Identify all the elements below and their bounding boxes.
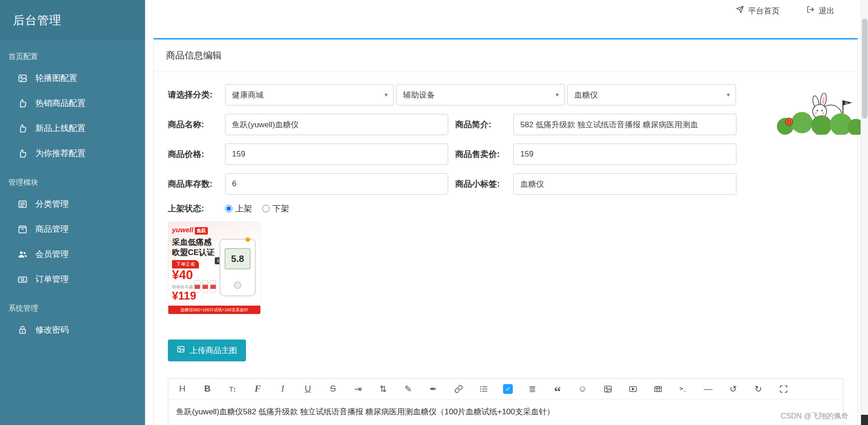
line-height-icon[interactable]: ⇅ [378,383,389,394]
logout-link[interactable]: 退出 [807,6,835,16]
font-color-brush-icon[interactable]: ✒ [428,383,439,394]
sidebar: 后台管理 首页配置 轮播图配置 热销商品配置 新品上线配置 为你推荐配置 管理模… [0,0,145,425]
promo-price: ¥119 [172,289,196,302]
sidebar-item-recommend-config[interactable]: 为你推荐配置 [0,141,145,166]
lock-icon [17,325,28,335]
font-family-icon[interactable]: F [252,383,263,394]
promo-ribbon: 下单立省 [172,260,199,268]
product-name-input[interactable] [225,114,448,135]
indent-icon[interactable]: ⇥ [352,383,364,394]
sidebar-item-carousel-config[interactable]: 轮播图配置 [0,65,145,91]
product-edit-card: 商品信息编辑 请选择分类: 健康商城 ▼ 辅助设备 ▼ [153,38,858,425]
product-tag-input[interactable] [513,173,736,195]
link-icon[interactable] [453,383,464,394]
highlight-pen-icon[interactable]: ✎ [403,383,414,394]
scrollbar-thumb[interactable] [862,19,868,118]
insert-image-icon[interactable] [602,383,613,394]
status-on-radio[interactable] [225,205,232,212]
sign-out-icon [807,6,815,16]
status-off-radio[interactable] [262,205,270,212]
name-intro-row: 商品名称: 商品简介: [168,114,843,135]
status-label: 上架状态: [168,203,225,214]
upload-main-image-button[interactable]: 上传商品主图 [168,340,246,361]
archive-box-icon [17,224,28,234]
font-size-icon[interactable]: T↕ [227,383,238,394]
scrollbar-corner [861,415,868,425]
emoji-icon[interactable]: ☺ [577,383,588,394]
todo-checkbox-icon[interactable]: ✓ [503,384,513,394]
main-content: 平台首页 退出 商品信息编辑 请选择分类: 健康商城 ▼ [145,0,868,425]
bullet-list-icon[interactable] [478,383,489,394]
vertical-scrollbar[interactable] [861,0,868,425]
product-price-input[interactable] [225,144,448,165]
card-title: 商品信息编辑 [154,39,857,72]
test-strip-vials [194,280,216,293]
topbar: 平台首页 退出 [145,0,868,21]
heading-icon[interactable]: H [177,383,188,394]
status-row: 上架状态: 上架 下架 [168,203,843,214]
editor-content[interactable]: 鱼跃(yuwell)血糖仪582 低痛升级款 独立试纸语音播报 糖尿病医用测血糖… [168,399,843,424]
sidebar-item-category-management[interactable]: 分类管理 [0,191,145,216]
insert-video-icon[interactable] [627,383,638,394]
product-stock-input[interactable] [225,173,448,195]
product-intro-label: 商品简介: [455,119,513,130]
product-main-image-preview[interactable]: yuwell鱼跃 采血低痛感 欧盟CE认证 100片 下单立省 ¥40 到手价不… [168,222,261,314]
sidebar-item-hot-products-config[interactable]: 热销商品配置 [0,91,145,116]
category-select-level1[interactable]: 健康商城 [225,84,394,105]
category-select-level2[interactable]: 辅助设备 [396,84,565,105]
meter-button [234,281,241,289]
users-icon [17,249,28,259]
product-sale-price-input[interactable] [513,144,736,165]
sidebar-item-new-products-config[interactable]: 新品上线配置 [0,116,145,141]
price-row: 商品价格: 商品售卖价: [168,144,843,165]
insert-table-icon[interactable] [652,383,663,394]
meter-indicator-dot [245,237,250,242]
bold-icon[interactable]: B [202,383,213,394]
sidebar-item-label: 修改密码 [35,324,69,335]
logout-label: 退出 [819,6,835,16]
sidebar-item-label: 新品上线配置 [35,123,86,134]
product-intro-input[interactable] [513,114,736,135]
list-icon [17,199,28,209]
promo-headline-1: 采血低痛感 [172,237,212,248]
platform-home-label: 平台首页 [748,6,780,16]
thumbs-up-icon [17,123,28,133]
strikethrough-icon[interactable]: S [327,383,338,394]
quote-icon[interactable]: “ [552,383,563,394]
sidebar-item-label: 为你推荐配置 [35,148,86,159]
rich-text-editor: H B T↕ F I U S ⇥ ⇅ ✎ ✒ [168,378,843,425]
sidebar-item-order-management[interactable]: 订单管理 [0,267,145,292]
product-sale-price-label: 商品售卖价: [455,149,513,160]
italic-icon[interactable]: I [277,383,288,394]
promo-brand-en: yuwell [172,226,193,234]
promo-brand: yuwell鱼跃 [172,226,208,235]
sidebar-section-management: 管理模块 [0,178,145,188]
sidebar-section-system: 系统管理 [0,304,145,314]
sidebar-item-change-password[interactable]: 修改密码 [0,317,145,342]
category-select-level3[interactable]: 血糖仪 [567,84,736,105]
sidebar-item-product-management[interactable]: 商品管理 [0,216,145,242]
app-title: 后台管理 [0,0,145,40]
undo-icon[interactable]: ↺ [728,383,739,394]
thumbs-up-icon [17,148,28,158]
redo-icon[interactable]: ↻ [753,383,764,394]
sidebar-section-home-config: 首页配置 [0,52,145,62]
glucose-meter-illustration: 5.8 [219,239,256,296]
align-justify-icon[interactable]: ≣ [527,383,538,394]
status-off-option[interactable]: 下架 [262,203,289,214]
horizontal-rule-icon[interactable]: — [702,383,714,394]
sidebar-item-label: 商品管理 [35,223,69,235]
sidebar-item-member-management[interactable]: 会员管理 [0,242,145,267]
editor-toolbar: H B T↕ F I U S ⇥ ⇅ ✎ ✒ [168,379,843,399]
underline-icon[interactable]: U [302,383,313,394]
money-icon [17,274,28,284]
promo-bottom-strip: 血糖仪582+100片试纸+100支采血针 [168,306,260,314]
status-on-option[interactable]: 上架 [225,203,252,214]
product-tag-label: 商品小标签: [455,178,513,190]
product-stock-label: 商品库存数: [168,178,225,190]
platform-home-link[interactable]: 平台首页 [736,6,780,16]
upload-button-label: 上传商品主图 [190,345,237,356]
fullscreen-icon[interactable] [778,383,789,394]
code-block-icon[interactable]: >_ [677,383,689,394]
sidebar-item-label: 轮播图配置 [35,72,77,84]
